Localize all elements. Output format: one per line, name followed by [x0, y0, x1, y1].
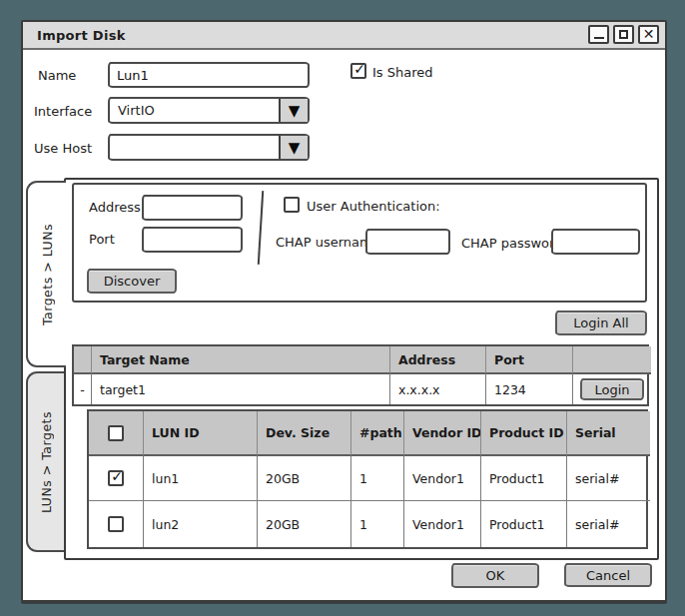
lun-row-select-cell: ✓	[89, 456, 144, 501]
lun-id-cell: lun1	[144, 456, 258, 501]
target-port-cell: 1234	[486, 374, 573, 404]
section-divider	[258, 191, 265, 265]
import-disk-window: Import Disk ✕ Name ✓ Is Shared Interface…	[21, 20, 667, 603]
login-button[interactable]: Login	[580, 378, 644, 400]
name-label: Name	[38, 68, 76, 83]
discover-groupbox: Address Port User Authentication: CHAP u…	[72, 183, 647, 303]
user-auth-label: User Authentication:	[307, 199, 440, 214]
chap-username-label: CHAP username	[276, 235, 380, 250]
is-shared-checkbox[interactable]: ✓	[350, 63, 366, 79]
address-label: Address	[89, 200, 141, 215]
interface-label: Interface	[34, 104, 92, 119]
luns-header-dev-size: Dev. Size	[258, 411, 351, 456]
port-label: Port	[89, 232, 115, 247]
luns-header-serial: Serial	[567, 411, 650, 456]
minimize-icon	[594, 37, 604, 39]
tab-targets-luns-label: Targets > LUNs	[40, 224, 55, 325]
luns-header-path: #path	[351, 411, 404, 456]
window-controls: ✕	[588, 25, 659, 44]
luns-table: LUN ID Dev. Size #path Vendor ID Product…	[87, 409, 648, 549]
interface-value: VirtIO	[118, 99, 155, 122]
targets-header-expander	[74, 346, 92, 374]
lun-dev-size-cell: 20GB	[258, 501, 351, 547]
ok-button[interactable]: OK	[451, 563, 539, 588]
is-shared-label: Is Shared	[372, 65, 433, 80]
minimize-button[interactable]	[588, 25, 609, 44]
lun-product-cell: Product1	[481, 501, 567, 547]
chevron-down-icon[interactable]: ▼	[279, 99, 308, 122]
chap-password-label: CHAP password	[461, 236, 562, 251]
lun-row-checkbox[interactable]	[108, 516, 124, 532]
lun-path-cell: 1	[351, 501, 404, 547]
lun-vendor-cell: Vendor1	[404, 501, 481, 547]
tab-luns-targets[interactable]: LUNs > Targets	[26, 371, 64, 552]
target-row-expander[interactable]: -	[74, 374, 92, 404]
close-button[interactable]: ✕	[638, 25, 659, 44]
select-all-checkbox[interactable]	[108, 425, 124, 441]
chap-username-input[interactable]	[365, 229, 450, 255]
luns-header-lun-id: LUN ID	[144, 411, 258, 456]
chevron-down-icon[interactable]: ▼	[279, 136, 308, 159]
targets-header-name: Target Name	[92, 346, 390, 374]
luns-header-vendor: Vendor ID	[404, 411, 481, 456]
target-name-cell: target1	[92, 374, 390, 404]
maximize-icon	[619, 30, 628, 39]
close-icon: ✕	[643, 27, 655, 41]
lun-serial-cell: serial#	[567, 456, 650, 501]
target-action-cell: Login	[573, 374, 651, 404]
lun-vendor-cell: Vendor1	[404, 456, 481, 501]
luns-header-select	[89, 411, 144, 456]
tab-luns-targets-label: LUNs > Targets	[39, 411, 54, 513]
user-auth-checkbox[interactable]	[284, 197, 300, 213]
targets-header-action	[573, 346, 651, 374]
title-bar: Import Disk ✕	[23, 22, 665, 50]
interface-dropdown[interactable]: VirtIO ▼	[108, 97, 310, 124]
lun-serial-cell: serial#	[567, 501, 650, 547]
discover-button[interactable]: Discover	[87, 269, 177, 294]
chap-password-input[interactable]	[551, 229, 640, 255]
name-input[interactable]	[108, 62, 310, 88]
use-host-label: Use Host	[34, 141, 92, 156]
lun-path-cell: 1	[351, 456, 404, 501]
lun-row-checkbox[interactable]: ✓	[108, 470, 124, 486]
target-address-cell: x.x.x.x	[390, 374, 486, 404]
lun-product-cell: Product1	[481, 456, 567, 501]
lun-id-cell: lun2	[144, 501, 258, 547]
use-host-dropdown[interactable]: ▼	[108, 134, 310, 161]
tab-targets-luns[interactable]: Targets > LUNs	[26, 181, 66, 367]
targets-table: Target Name Address Port - target1 x.x.x…	[72, 344, 649, 406]
address-input[interactable]	[142, 195, 243, 221]
lun-dev-size-cell: 20GB	[258, 456, 351, 501]
luns-header-product: Product ID	[481, 411, 567, 456]
cancel-button[interactable]: Cancel	[564, 563, 652, 587]
targets-header-port: Port	[486, 346, 573, 374]
page-title: Import Disk	[23, 28, 126, 43]
lun-row-select-cell	[89, 501, 144, 547]
targets-luns-panel: Address Port User Authentication: CHAP u…	[64, 178, 659, 560]
port-input[interactable]	[142, 227, 243, 253]
login-all-button[interactable]: Login All	[555, 310, 647, 335]
targets-header-address: Address	[390, 346, 486, 374]
maximize-button[interactable]	[613, 25, 634, 44]
